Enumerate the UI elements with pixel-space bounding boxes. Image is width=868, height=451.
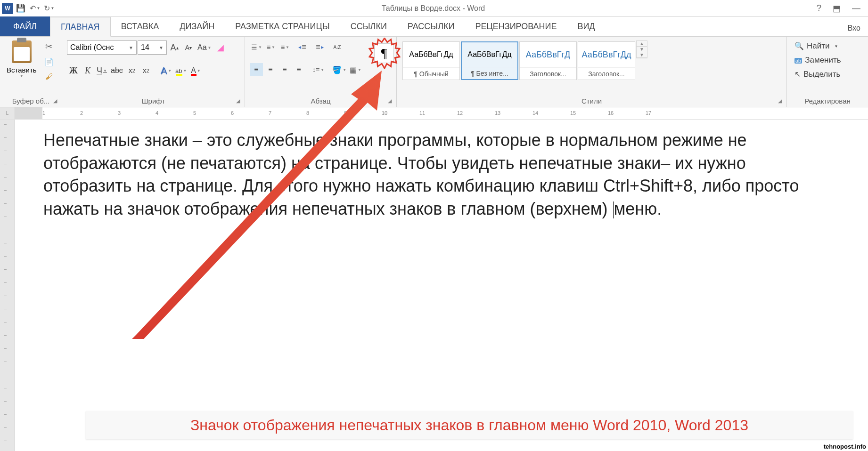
help-button[interactable]: ? [817, 3, 821, 14]
tab-insert[interactable]: ВСТАВКА [111, 16, 170, 36]
style-preview: АаБбВвГгДд [403, 42, 459, 67]
quick-access-toolbar: W 💾 ↶▼ ↻▼ [0, 2, 57, 15]
horizontal-ruler[interactable]: 1234567891011121314151617 [15, 107, 868, 119]
superscript-button[interactable]: x2 [139, 64, 153, 77]
tab-home[interactable]: ГЛАВНАЯ [50, 17, 111, 37]
sort-button[interactable] [330, 40, 344, 54]
group-styles: АаБбВвГгДд ¶ Обычный АаБбВвГгДд ¶ Без ин… [397, 37, 787, 107]
annotation-caption: Значок отображения непечатных знаков в г… [86, 411, 853, 439]
style-name-label: Заголовок... [578, 67, 635, 80]
group-label-styles: Стили◢ [400, 95, 784, 107]
numbering-button[interactable]: ▼ [264, 40, 278, 54]
format-painter-button[interactable] [42, 71, 56, 83]
style-name-label: ¶ Без инте... [462, 67, 517, 79]
watermark: tehnopost.info [824, 443, 866, 450]
strikethrough-button[interactable]: abc [109, 64, 124, 77]
multilevel-list-button[interactable]: ▼ [278, 40, 292, 54]
chevron-down-icon: ▼ [159, 45, 164, 50]
increase-indent-button[interactable] [311, 40, 325, 54]
style-heading1[interactable]: АаБбВвГгД Заголовок... [519, 41, 577, 80]
style-normal[interactable]: АаБбВвГгДд ¶ Обычный [402, 41, 460, 80]
borders-button[interactable]: ▼ [348, 63, 363, 76]
window-controls: ? ⬒ — [809, 3, 868, 14]
style-preview: АаБбВвГгДд [578, 42, 635, 67]
cursor-icon [794, 70, 801, 79]
styles-expand[interactable]: ▼ [637, 52, 647, 58]
minimize-button[interactable]: — [852, 3, 860, 14]
text-cursor [613, 201, 614, 218]
group-clipboard: Вставить ▼ Буфер об...◢ [0, 37, 62, 107]
ruler-corner[interactable]: L [0, 107, 15, 119]
ribbon-options-button[interactable]: ⬒ [833, 3, 841, 14]
styles-scroll: ▲ ▼ ▼ [636, 40, 647, 58]
document-page[interactable]: Непечатные знаки – это служебные знаки п… [15, 120, 868, 451]
bullets-button[interactable]: ▼ [250, 40, 263, 54]
group-font: Calibri (Оснс▼ 14▼ ▼ ◢ Ж К Ч▼ abc x2 x2 … [62, 37, 245, 107]
group-label-editing: Редактирован [790, 95, 865, 107]
align-center-button[interactable]: ≡ [264, 63, 277, 76]
group-label-clipboard: Буфер об...◢ [3, 95, 59, 107]
font-color-button[interactable]: ▼ [189, 64, 202, 77]
tab-references[interactable]: ССЫЛКИ [340, 16, 397, 36]
paste-button[interactable]: Вставить ▼ [3, 39, 41, 80]
clear-formatting-button[interactable]: ◢ [214, 41, 227, 54]
ribbon-tabs: ФАЙЛ ГЛАВНАЯ ВСТАВКА ДИЗАЙН РАЗМЕТКА СТР… [0, 17, 868, 37]
ribbon: Вставить ▼ Буфер об...◢ Calibri (Оснс▼ 1… [0, 37, 868, 107]
cut-button[interactable] [42, 40, 56, 53]
font-name-combo[interactable]: Calibri (Оснс▼ [67, 40, 137, 55]
caption-text: Значок отображения непечатных знаков в г… [190, 417, 748, 434]
highlight-button[interactable]: ▼ [174, 64, 188, 77]
tab-view[interactable]: ВИД [567, 16, 606, 36]
chevron-down-icon: ▼ [129, 45, 133, 50]
subscript-button[interactable]: x2 [125, 64, 139, 77]
underline-button[interactable]: Ч▼ [95, 64, 108, 77]
group-label-font: Шрифт◢ [65, 95, 242, 107]
align-right-button[interactable]: ≡ [278, 63, 291, 76]
italic-button[interactable]: К [81, 64, 94, 77]
decrease-indent-button[interactable] [297, 40, 311, 54]
bold-button[interactable]: Ж [67, 64, 80, 77]
dialog-launcher-icon[interactable]: ◢ [387, 97, 393, 105]
font-size-combo[interactable]: 14▼ [138, 40, 167, 55]
group-label-paragraph: Абзац◢ [248, 95, 393, 107]
align-left-button[interactable]: ≡ [250, 63, 263, 76]
style-heading2[interactable]: АаБбВвГгДд Заголовок... [578, 41, 635, 80]
tab-review[interactable]: РЕЦЕНЗИРОВАНИЕ [465, 16, 567, 36]
justify-button[interactable]: ≡ [292, 63, 305, 76]
select-button[interactable]: Выделить [792, 69, 844, 80]
tab-mailings[interactable]: РАССЫЛКИ [397, 16, 465, 36]
redo-button[interactable]: ↻▼ [42, 2, 56, 15]
dialog-launcher-icon[interactable]: ◢ [777, 97, 783, 105]
replace-icon [794, 56, 802, 65]
vertical-ruler[interactable] [0, 120, 15, 451]
styles-scroll-down[interactable]: ▼ [637, 47, 647, 52]
copy-button[interactable] [42, 56, 56, 68]
undo-button[interactable]: ↶▼ [28, 2, 41, 15]
chevron-down-icon: ▼ [835, 44, 838, 48]
sign-in-link[interactable]: Вхо [840, 20, 868, 36]
tab-design[interactable]: ДИЗАЙН [169, 16, 225, 36]
save-button[interactable]: 💾 [14, 2, 27, 15]
change-case-button[interactable]: ▼ [196, 41, 213, 54]
show-hide-formatting-button[interactable]: ¶ [374, 43, 394, 63]
find-button[interactable]: Найти▼ [792, 40, 844, 52]
text-effects-button[interactable]: ▼ [159, 64, 173, 77]
dialog-launcher-icon[interactable]: ◢ [52, 97, 58, 105]
document-area: Непечатные знаки – это служебные знаки п… [0, 120, 868, 451]
tab-page-layout[interactable]: РАЗМЕТКА СТРАНИЦЫ [225, 16, 340, 36]
shrink-font-button[interactable] [182, 41, 195, 54]
styles-gallery: АаБбВвГгДд ¶ Обычный АаБбВвГгДд ¶ Без ин… [401, 40, 636, 81]
tab-file[interactable]: ФАЙЛ [0, 16, 50, 36]
title-bar: W 💾 ↶▼ ↻▼ Таблицы в Ворде.docx - Word ? … [0, 0, 868, 17]
document-paragraph[interactable]: Непечатные знаки – это служебные знаки п… [43, 129, 826, 220]
dialog-launcher-icon[interactable]: ◢ [235, 97, 241, 105]
replace-button[interactable]: Заменить [792, 55, 844, 66]
redo-icon: ↻ [44, 4, 50, 13]
shading-button[interactable]: ▼ [331, 63, 347, 76]
line-spacing-button[interactable]: ▼ [311, 63, 326, 76]
group-editing: Найти▼ Заменить Выделить Редактирован [787, 37, 868, 107]
styles-scroll-up[interactable]: ▲ [637, 41, 647, 47]
grow-font-button[interactable] [168, 41, 181, 54]
style-no-spacing[interactable]: АаБбВвГгДд ¶ Без инте... [461, 41, 518, 80]
undo-icon: ↶ [30, 4, 36, 13]
